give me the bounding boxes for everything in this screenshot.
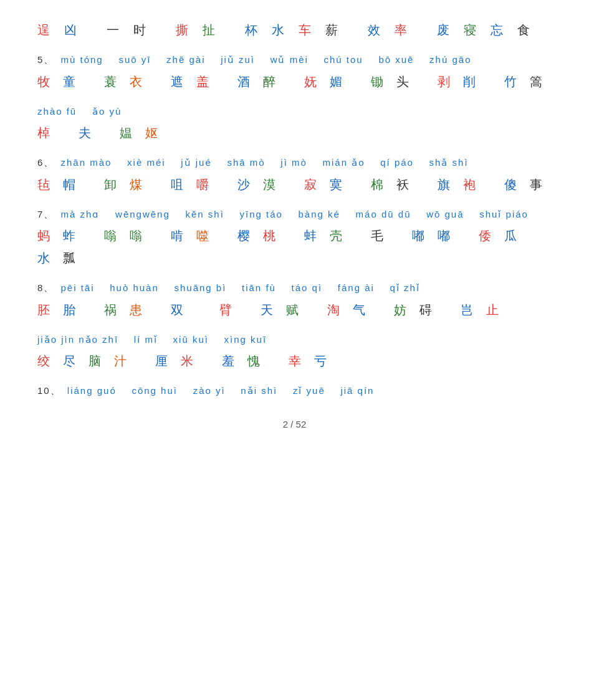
py-wengweng: wēngwēng <box>115 209 170 219</box>
py-jiuzui: jiǔ zuì <box>221 54 255 65</box>
ch-du2: 嘟 <box>438 229 455 242</box>
ch-zui: 醉 <box>263 75 280 89</box>
py-bangke: bàng ké <box>299 209 340 219</box>
py-xiukui: xiū kuì <box>173 334 209 345</box>
ch-ke: 壳 <box>330 229 347 242</box>
py-zhanmao: zhān mào <box>61 157 112 168</box>
section-10-label: 10、 <box>37 385 61 396</box>
ch-huan: 患 <box>130 303 147 317</box>
section-10-pinyin: 10、 liáng guó cōng huì zào yì nǎi shì zǐ… <box>37 382 552 400</box>
py-jiaqin: jiā qín <box>340 385 374 396</box>
ch-chu: 锄 <box>371 75 388 89</box>
ch-shuang: 双 <box>171 303 188 317</box>
char-shi2: 食 <box>517 23 532 37</box>
ch-shui2: 水 <box>37 251 55 265</box>
ch-jin: 尽 <box>63 354 80 368</box>
ch-zhao: 棹 <box>37 126 55 140</box>
py-liangguo: liáng guó <box>67 385 117 396</box>
ch-zha: 蚱 <box>63 229 80 242</box>
ch-yu: 妪 <box>145 126 163 140</box>
ch-kui2: 亏 <box>314 354 332 368</box>
ch-kui: 愧 <box>247 354 265 368</box>
section-10: 10、 liáng guó cōng huì zào yì nǎi shì zǐ… <box>37 382 552 400</box>
ch-ma: 蚂 <box>37 229 55 242</box>
ch-ao: 媪 <box>120 126 137 140</box>
py-xiemei: xiè méi <box>127 157 166 168</box>
ch-ken: 啃 <box>171 229 188 242</box>
py-shamo: shā mò <box>227 157 265 168</box>
py-zhugao: zhú gāo <box>429 54 471 65</box>
section-7-label: 7、 <box>37 209 54 219</box>
ch-mei: 媚 <box>330 75 347 89</box>
py-kenshi: kěn shì <box>185 209 224 219</box>
top-chinese-row: 逞 凶 一 时 撕 扯 杯 水 车 薪 效 率 废 寝 忘 食 <box>37 19 552 41</box>
ch-ao2: 袄 <box>396 178 414 191</box>
py-zhegai: zhē gài <box>166 54 205 65</box>
ch-shi3: 事 <box>530 178 547 191</box>
py-shuipiao: shuǐ piáo <box>479 209 529 219</box>
ch-gai: 盖 <box>196 75 214 89</box>
char-shui: 水 <box>272 23 287 37</box>
char-fei: 废 <box>437 23 452 37</box>
section-5-label: 5、 <box>37 54 54 65</box>
ch-ai: 碍 <box>419 303 437 317</box>
py-naishi: nǎi shì <box>241 385 277 396</box>
py-aoyu: ǎo yù <box>92 106 122 117</box>
py-limi: lí mǐ <box>134 334 158 345</box>
py-peitai: pēi tāi <box>61 282 95 293</box>
ch-qi2: 气 <box>353 303 370 317</box>
char-bei: 杯 <box>245 23 260 37</box>
section-8-label: 8、 <box>37 282 54 293</box>
ch-fang: 妨 <box>394 303 411 317</box>
ch-mei2: 煤 <box>130 178 147 191</box>
py-mazha: mà zhɑ <box>61 209 100 219</box>
char-cheng: 逞 <box>37 23 52 37</box>
ch-tao: 桃 <box>263 229 280 242</box>
section-8-pinyin: 8、 pēi tāi huò huàn shuāng bì tiān fù tá… <box>37 279 552 297</box>
py-wogua: wō guā <box>426 209 464 219</box>
py-ziyue: zǐ yuē <box>293 385 325 396</box>
ch-jiu: 酒 <box>237 75 255 89</box>
py-huohuan: huò huàn <box>110 282 159 293</box>
ch-sha: 沙 <box>237 178 255 191</box>
ch-mao: 帽 <box>63 178 80 191</box>
ch-xing: 幸 <box>289 354 306 368</box>
py-yingtao: yīng táo <box>239 209 282 219</box>
ch-weng2: 嗡 <box>130 229 147 242</box>
char-che: 扯 <box>203 23 218 37</box>
py-qipao: qí páo <box>380 157 414 168</box>
section-7: 7、 mà zhɑ wēngwēng kěn shì yīng táo bàng… <box>37 206 552 270</box>
py-shashi: shǎ shì <box>429 157 469 168</box>
py-jujue: jǔ jué <box>181 157 212 168</box>
ch-ju: 咀 <box>171 178 188 191</box>
section-6-chinese: 毡 帽 卸 煤 咀 嚼 沙 漠 寂 寞 棉 袄 旗 袍 傻 事 <box>37 173 552 196</box>
char-xin: 薪 <box>325 23 340 37</box>
section-5-extra-pinyin: zhào fū ǎo yù <box>37 103 552 121</box>
ch-bo: 剥 <box>438 75 455 89</box>
py-conghui: cōng huì <box>132 385 178 396</box>
section-8-chinese: 胚 胎 祸 患 双 臂 天 赋 淘 气 妨 碍 岂 止 <box>37 299 552 321</box>
ch-ji: 寂 <box>304 178 322 191</box>
section-8-extra-chinese: 绞 尽 脑 汁 厘 米 羞 愧 幸 亏 <box>37 350 552 372</box>
ch-du1: 嘟 <box>412 229 429 242</box>
ch-huo: 祸 <box>104 303 122 317</box>
ch-gua: 瓜 <box>504 229 522 242</box>
ch-mu: 牧 <box>37 75 55 89</box>
ch-sha2: 傻 <box>504 178 522 191</box>
char-wang: 忘 <box>491 23 505 37</box>
ch-zhu: 竹 <box>504 75 522 89</box>
section-5-pinyin: 5、 mù tóng suō yī zhē gài jiǔ zuì wǔ mèi… <box>37 51 552 69</box>
ch-pei: 胚 <box>37 303 55 317</box>
ch-tian: 天 <box>261 303 278 317</box>
ch-zhe: 遮 <box>171 75 188 89</box>
ch-yi: 衣 <box>130 75 147 89</box>
section-8-extra-pinyin: jiǎo jìn nǎo zhī lí mǐ xiū kuì xìng kuī <box>37 331 552 349</box>
char-shi: 时 <box>133 23 148 37</box>
char-lv: 率 <box>395 23 409 37</box>
section-5-chinese: 牧 童 蓑 衣 遮 盖 酒 醉 妩 媚 锄 头 剥 削 竹 篙 <box>37 70 552 93</box>
ch-tao2: 淘 <box>327 303 345 317</box>
ch-bang: 蚌 <box>304 229 322 242</box>
py-jimo: jì mò <box>280 157 307 168</box>
py-qizhi: qǐ zhǐ <box>390 282 420 293</box>
ch-piao: 瓢 <box>63 251 80 265</box>
